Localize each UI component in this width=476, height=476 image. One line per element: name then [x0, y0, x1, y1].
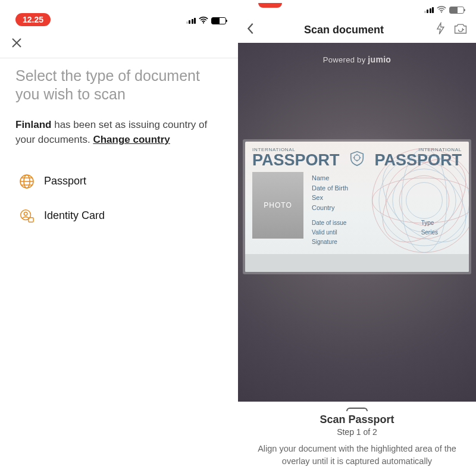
country-notice: Finland has been set as issuing country …: [15, 117, 223, 148]
svg-point-4: [24, 212, 27, 215]
cell-signal-icon: [424, 7, 434, 13]
back-chevron-icon[interactable]: [246, 23, 255, 37]
status-pill-peek: [258, 3, 282, 8]
status-right-icons: [424, 5, 465, 15]
powered-by: Powered by jumio: [238, 43, 476, 68]
country-name: Finland: [15, 119, 51, 130]
wifi-icon: [199, 15, 208, 26]
scan-screen: Scan document Powered by jumio: [238, 0, 476, 476]
doc-option-passport[interactable]: Passport: [15, 164, 223, 199]
idcard-icon: [19, 208, 35, 224]
scan-step-label: Step 1 of 2: [251, 427, 463, 437]
scan-title: Scan document: [261, 24, 427, 36]
page-title: Select the type of document you wish to …: [15, 67, 223, 104]
passport-fields: Name Date of Birth Sex Country Date of i…: [312, 172, 462, 247]
emblem-icon: [349, 150, 365, 167]
svg-point-3: [21, 209, 31, 220]
modal-topbar: [0, 30, 238, 58]
close-icon[interactable]: [11, 37, 23, 51]
sheet-handle-icon[interactable]: [346, 408, 368, 411]
statusbar-left: 12.25: [0, 0, 238, 30]
capture-overlay: INTERNATIONAL PASSPORT INTERNATIONAL PAS…: [243, 139, 471, 274]
scan-bottom-sheet: Scan Passport Step 1 of 2 Align your doc…: [238, 402, 476, 476]
change-country-link[interactable]: Change country: [93, 134, 170, 145]
passport-photo-box: PHOTO: [252, 172, 303, 239]
status-right-icons: [186, 15, 227, 26]
scan-instructions: Align your document with the highlighted…: [251, 443, 463, 468]
svg-point-0: [203, 22, 204, 23]
flash-icon[interactable]: [433, 22, 447, 37]
cell-signal-icon: [186, 18, 196, 24]
svg-point-6: [441, 11, 442, 12]
status-time-pill: 12.25: [15, 13, 51, 26]
switch-camera-icon[interactable]: [453, 22, 468, 37]
camera-viewport: Powered by jumio: [238, 43, 476, 402]
battery-icon: [211, 17, 226, 24]
passport-placeholder: INTERNATIONAL PASSPORT INTERNATIONAL PAS…: [245, 142, 469, 272]
doc-option-idcard[interactable]: Identity Card: [15, 199, 223, 233]
scan-bottom-title: Scan Passport: [251, 414, 463, 426]
svg-point-17: [354, 155, 359, 160]
doc-option-label: Passport: [44, 175, 86, 187]
battery-icon: [449, 7, 464, 14]
scan-topbar: Scan document: [238, 17, 476, 43]
doc-type-screen: 12.25 Select the type of document you wi…: [0, 0, 238, 476]
globe-icon: [19, 174, 35, 189]
doc-option-label: Identity Card: [44, 209, 105, 222]
wifi-icon: [437, 5, 446, 15]
